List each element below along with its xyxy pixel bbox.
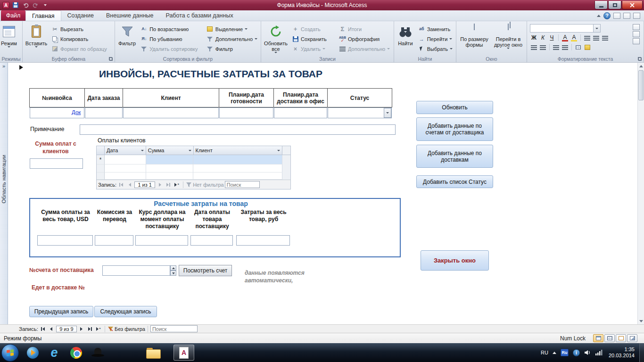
minimize-button[interactable]: [594, 1, 608, 9]
window-tool-icon-1[interactable]: [613, 13, 620, 19]
view-invoice-button[interactable]: Посмотреть счет: [179, 265, 232, 276]
hidden-icons-icon[interactable]: [553, 352, 556, 354]
media-player-icon[interactable]: [24, 345, 41, 361]
tab-file[interactable]: Файл: [1, 10, 25, 21]
start-button[interactable]: [1, 344, 19, 362]
align-center-icon[interactable]: [592, 34, 600, 42]
internet-explorer-icon[interactable]: e: [45, 345, 63, 361]
undo-button[interactable]: [22, 1, 29, 9]
spin-up-button[interactable]: [170, 265, 176, 271]
new-record-button[interactable]: *: [95, 326, 102, 332]
subform-col-amount[interactable]: Сумма: [146, 146, 194, 155]
new-record-marker[interactable]: *: [97, 155, 105, 165]
access-app-icon[interactable]: A: [2, 2, 9, 9]
cut-button[interactable]: ✂Вырезать: [49, 24, 109, 34]
scroll-down-icon[interactable]: [639, 319, 644, 323]
commission-input[interactable]: [95, 235, 133, 246]
select-button[interactable]: Выбрать: [416, 44, 455, 54]
client-input[interactable]: [123, 107, 219, 118]
toggle-filter-button[interactable]: Фильтр: [204, 44, 260, 54]
close-button[interactable]: [622, 1, 643, 9]
format-painter-button[interactable]: Формат по образцу: [49, 44, 109, 54]
sort-descending-button[interactable]: Я↓По убыванию: [138, 34, 204, 44]
find-button[interactable]: Найти: [395, 22, 416, 56]
gridlines-icon[interactable]: [574, 43, 582, 51]
next-record-button[interactable]: Следующая запись: [94, 306, 157, 317]
layout-view-button[interactable]: [616, 334, 626, 342]
status-dropdown-button[interactable]: [384, 108, 391, 118]
underline-button[interactable]: Ч: [548, 34, 556, 42]
replace-button[interactable]: абЗаменить: [416, 24, 455, 34]
numbering-icon[interactable]: [539, 43, 547, 51]
subform-first-record-button[interactable]: [117, 181, 125, 188]
advanced-filter-button[interactable]: Дополнительно: [204, 34, 260, 44]
payment-date-input[interactable]: [190, 235, 233, 246]
save-record-button[interactable]: Сохранить: [289, 34, 337, 44]
copy-button[interactable]: Копировать: [49, 34, 109, 44]
view-button[interactable]: Режим: [1, 22, 17, 56]
volume-icon[interactable]: [584, 350, 591, 355]
payments-sum-input[interactable]: [30, 158, 83, 169]
cell-amount[interactable]: [146, 155, 194, 165]
bold-button[interactable]: Ж: [530, 34, 538, 42]
minimize-ribbon-icon[interactable]: [597, 15, 601, 17]
refresh-side-button[interactable]: Обновить: [416, 101, 493, 114]
formatting-dialog-launcher-icon[interactable]: [637, 57, 642, 61]
clipboard-dialog-launcher-icon[interactable]: [108, 57, 113, 61]
close-window-button[interactable]: Закрыть окно: [421, 250, 489, 271]
refresh-all-button[interactable]: Обновить все: [262, 22, 289, 56]
cell-client[interactable]: [193, 155, 282, 165]
spin-down-button[interactable]: [170, 271, 176, 276]
note-input[interactable]: [80, 124, 396, 135]
font-name-combo[interactable]: [530, 24, 601, 33]
supplier-invoice-input[interactable]: [102, 265, 170, 276]
maximize-button[interactable]: [608, 1, 621, 9]
help-icon[interactable]: ?: [603, 12, 611, 19]
vertical-scrollbar[interactable]: [637, 63, 644, 324]
design-view-button[interactable]: [627, 334, 637, 342]
font-color-button[interactable]: А: [561, 34, 569, 42]
ready-date-input[interactable]: [219, 107, 273, 118]
tab-external-data[interactable]: Внешние данные: [100, 10, 160, 21]
add-deliveries-button[interactable]: Добавить данные по доставкам: [416, 145, 493, 168]
more-records-button[interactable]: Дополнительно: [337, 44, 392, 54]
exchange-rate-input[interactable]: [135, 235, 188, 246]
delete-record-button[interactable]: ×Удалить: [289, 44, 337, 54]
subform-select-all[interactable]: [97, 146, 105, 155]
subform-col-client[interactable]: Клиент: [194, 146, 283, 155]
totals-button[interactable]: ΣИтоги: [337, 24, 392, 34]
align-right-icon[interactable]: [601, 34, 609, 42]
highlight-color-button[interactable]: А: [570, 34, 578, 42]
network-icon[interactable]: [595, 350, 603, 355]
explorer-folder-icon[interactable]: [144, 345, 162, 361]
selection-button[interactable]: Выделение: [204, 24, 260, 34]
datasheet-view-button[interactable]: [604, 334, 615, 342]
subform-filter-state[interactable]: Нет фильтра: [193, 182, 224, 188]
prev-record-button[interactable]: [48, 326, 55, 332]
previous-record-button[interactable]: Предыдущая запись: [29, 306, 93, 317]
action-center-icon[interactable]: i: [573, 349, 580, 356]
next-record-button[interactable]: [78, 326, 85, 332]
subform-new-record-button[interactable]: *: [173, 181, 181, 188]
increase-indent-icon[interactable]: [561, 43, 569, 51]
subform-col-date[interactable]: Дата: [105, 146, 146, 155]
show-desktop-button[interactable]: [639, 343, 644, 362]
redo-button[interactable]: [32, 1, 39, 9]
subform-vscroll[interactable]: [282, 146, 290, 155]
scrollbar-thumb[interactable]: [638, 70, 644, 100]
subform-vscroll[interactable]: [282, 155, 290, 165]
delivery-date-input[interactable]: [274, 107, 327, 118]
subform-last-record-button[interactable]: [165, 181, 172, 188]
last-record-button[interactable]: [86, 326, 94, 332]
filter-state[interactable]: Без фильтра: [115, 326, 145, 332]
navigation-pane-collapsed[interactable]: » Область навигации: [0, 63, 8, 324]
subform-prev-record-button[interactable]: [126, 181, 133, 188]
format-extra-icon-1[interactable]: [633, 24, 640, 30]
tab-database-tools[interactable]: Работа с базами данных: [160, 10, 239, 21]
switch-windows-button[interactable]: Перейти в другое окно: [491, 22, 525, 56]
paste-button[interactable]: Вставить: [24, 22, 49, 56]
total-usd-input[interactable]: [37, 235, 93, 246]
fill-color-icon[interactable]: [583, 43, 591, 51]
clock[interactable]: 1:35 20.03.2014: [607, 346, 636, 359]
expand-navpane-icon[interactable]: »: [0, 63, 8, 69]
